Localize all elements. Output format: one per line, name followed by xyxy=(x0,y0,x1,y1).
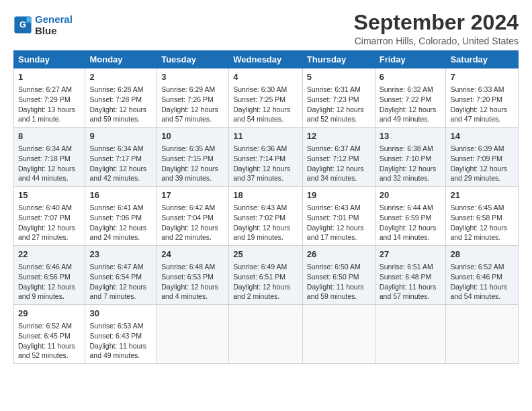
day-info: Sunrise: 6:49 AM Sunset: 6:51 PM Dayligh… xyxy=(233,262,298,302)
day-info: Sunrise: 6:52 AM Sunset: 6:45 PM Dayligh… xyxy=(18,321,81,361)
logo: G General Blue xyxy=(13,13,73,36)
day-cell: 10Sunrise: 6:35 AM Sunset: 7:15 PM Dayli… xyxy=(157,128,229,187)
weekday-header-thursday: Thursday xyxy=(302,51,375,68)
weekday-header-sunday: Sunday xyxy=(14,51,85,68)
day-info: Sunrise: 6:36 AM Sunset: 7:14 PM Dayligh… xyxy=(233,144,298,183)
weekday-header-friday: Friday xyxy=(375,51,446,68)
calendar-table: SundayMondayTuesdayWednesdayThursdayFrid… xyxy=(13,50,519,364)
header: G General Blue September 2024 Cimarron H… xyxy=(13,11,519,46)
logo-line2: Blue xyxy=(35,25,73,36)
day-info: Sunrise: 6:53 AM Sunset: 6:43 PM Dayligh… xyxy=(89,321,152,361)
week-row-3: 15Sunrise: 6:40 AM Sunset: 7:07 PM Dayli… xyxy=(14,187,519,246)
weekday-header-tuesday: Tuesday xyxy=(157,51,229,68)
day-cell: 18Sunrise: 6:43 AM Sunset: 7:02 PM Dayli… xyxy=(229,187,303,246)
day-cell: 8Sunrise: 6:34 AM Sunset: 7:18 PM Daylig… xyxy=(14,128,85,187)
day-cell: 3Sunrise: 6:29 AM Sunset: 7:26 PM Daylig… xyxy=(157,68,229,128)
day-cell: 30Sunrise: 6:53 AM Sunset: 6:43 PM Dayli… xyxy=(85,304,157,363)
day-cell xyxy=(302,304,375,363)
page: G General Blue September 2024 Cimarron H… xyxy=(0,0,532,411)
day-cell: 9Sunrise: 6:34 AM Sunset: 7:17 PM Daylig… xyxy=(85,128,157,187)
day-number: 8 xyxy=(18,130,81,142)
day-cell: 11Sunrise: 6:36 AM Sunset: 7:14 PM Dayli… xyxy=(229,128,303,187)
day-info: Sunrise: 6:29 AM Sunset: 7:26 PM Dayligh… xyxy=(161,85,224,124)
svg-text:G: G xyxy=(19,20,26,30)
day-cell: 24Sunrise: 6:48 AM Sunset: 6:53 PM Dayli… xyxy=(157,246,229,305)
day-info: Sunrise: 6:27 AM Sunset: 7:29 PM Dayligh… xyxy=(18,85,81,124)
day-info: Sunrise: 6:30 AM Sunset: 7:25 PM Dayligh… xyxy=(233,85,298,124)
day-cell: 21Sunrise: 6:45 AM Sunset: 6:58 PM Dayli… xyxy=(446,187,519,246)
day-info: Sunrise: 6:31 AM Sunset: 7:23 PM Dayligh… xyxy=(307,85,371,124)
day-number: 7 xyxy=(450,71,514,83)
day-cell: 29Sunrise: 6:52 AM Sunset: 6:45 PM Dayli… xyxy=(14,304,85,363)
day-number: 3 xyxy=(161,71,224,83)
month-title: September 2024 xyxy=(354,11,519,34)
day-number: 29 xyxy=(18,308,81,320)
day-cell: 23Sunrise: 6:47 AM Sunset: 6:54 PM Dayli… xyxy=(85,246,157,305)
week-row-5: 29Sunrise: 6:52 AM Sunset: 6:45 PM Dayli… xyxy=(14,304,519,363)
day-cell: 7Sunrise: 6:33 AM Sunset: 7:20 PM Daylig… xyxy=(446,68,519,128)
weekday-header-row: SundayMondayTuesdayWednesdayThursdayFrid… xyxy=(14,51,519,68)
week-row-2: 8Sunrise: 6:34 AM Sunset: 7:18 PM Daylig… xyxy=(14,128,519,187)
day-info: Sunrise: 6:33 AM Sunset: 7:20 PM Dayligh… xyxy=(450,85,514,124)
day-cell: 2Sunrise: 6:28 AM Sunset: 7:28 PM Daylig… xyxy=(85,68,157,128)
day-info: Sunrise: 6:52 AM Sunset: 6:46 PM Dayligh… xyxy=(450,262,514,302)
day-info: Sunrise: 6:51 AM Sunset: 6:48 PM Dayligh… xyxy=(380,262,442,302)
day-info: Sunrise: 6:40 AM Sunset: 7:07 PM Dayligh… xyxy=(18,203,81,242)
day-number: 18 xyxy=(233,189,298,201)
day-cell: 15Sunrise: 6:40 AM Sunset: 7:07 PM Dayli… xyxy=(14,187,85,246)
day-number: 24 xyxy=(161,248,224,261)
day-number: 10 xyxy=(161,130,224,142)
weekday-header-saturday: Saturday xyxy=(446,51,519,68)
day-info: Sunrise: 6:37 AM Sunset: 7:12 PM Dayligh… xyxy=(307,144,371,183)
day-cell xyxy=(446,304,519,363)
day-info: Sunrise: 6:45 AM Sunset: 6:58 PM Dayligh… xyxy=(450,203,514,242)
day-cell xyxy=(229,304,303,363)
day-number: 1 xyxy=(18,71,81,83)
day-cell: 4Sunrise: 6:30 AM Sunset: 7:25 PM Daylig… xyxy=(229,68,303,128)
day-number: 19 xyxy=(307,189,371,201)
day-number: 17 xyxy=(161,189,224,201)
day-cell: 12Sunrise: 6:37 AM Sunset: 7:12 PM Dayli… xyxy=(302,128,375,187)
day-cell: 5Sunrise: 6:31 AM Sunset: 7:23 PM Daylig… xyxy=(302,68,375,128)
logo-icon: G xyxy=(13,15,32,34)
day-number: 15 xyxy=(18,189,81,201)
day-cell: 28Sunrise: 6:52 AM Sunset: 6:46 PM Dayli… xyxy=(446,246,519,305)
day-info: Sunrise: 6:47 AM Sunset: 6:54 PM Dayligh… xyxy=(89,262,152,302)
day-info: Sunrise: 6:34 AM Sunset: 7:17 PM Dayligh… xyxy=(89,144,152,183)
day-cell: 26Sunrise: 6:50 AM Sunset: 6:50 PM Dayli… xyxy=(302,246,375,305)
day-info: Sunrise: 6:35 AM Sunset: 7:15 PM Dayligh… xyxy=(161,144,224,183)
day-info: Sunrise: 6:46 AM Sunset: 6:56 PM Dayligh… xyxy=(18,262,81,302)
day-cell xyxy=(157,304,229,363)
day-number: 23 xyxy=(89,248,152,261)
day-cell: 17Sunrise: 6:42 AM Sunset: 7:04 PM Dayli… xyxy=(157,187,229,246)
day-number: 27 xyxy=(380,248,442,261)
day-cell: 20Sunrise: 6:44 AM Sunset: 6:59 PM Dayli… xyxy=(375,187,446,246)
day-info: Sunrise: 6:50 AM Sunset: 6:50 PM Dayligh… xyxy=(307,262,371,302)
day-number: 5 xyxy=(307,71,371,83)
day-info: Sunrise: 6:42 AM Sunset: 7:04 PM Dayligh… xyxy=(161,203,224,242)
day-cell: 25Sunrise: 6:49 AM Sunset: 6:51 PM Dayli… xyxy=(229,246,303,305)
day-number: 2 xyxy=(89,71,152,83)
day-cell: 14Sunrise: 6:39 AM Sunset: 7:09 PM Dayli… xyxy=(446,128,519,187)
day-number: 6 xyxy=(380,71,442,83)
day-number: 21 xyxy=(450,189,514,201)
day-number: 13 xyxy=(380,130,442,142)
week-row-1: 1Sunrise: 6:27 AM Sunset: 7:29 PM Daylig… xyxy=(14,68,519,128)
day-number: 28 xyxy=(450,248,514,261)
day-cell: 27Sunrise: 6:51 AM Sunset: 6:48 PM Dayli… xyxy=(375,246,446,305)
day-info: Sunrise: 6:48 AM Sunset: 6:53 PM Dayligh… xyxy=(161,262,224,302)
day-number: 4 xyxy=(233,71,298,83)
day-cell: 22Sunrise: 6:46 AM Sunset: 6:56 PM Dayli… xyxy=(14,246,85,305)
day-number: 22 xyxy=(18,248,81,261)
subtitle: Cimarron Hills, Colorado, United States xyxy=(354,36,519,46)
day-info: Sunrise: 6:41 AM Sunset: 7:06 PM Dayligh… xyxy=(89,203,152,242)
day-info: Sunrise: 6:43 AM Sunset: 7:02 PM Dayligh… xyxy=(233,203,298,242)
title-block: September 2024 Cimarron Hills, Colorado,… xyxy=(354,11,519,46)
day-cell: 19Sunrise: 6:43 AM Sunset: 7:01 PM Dayli… xyxy=(302,187,375,246)
day-number: 9 xyxy=(89,130,152,142)
day-info: Sunrise: 6:38 AM Sunset: 7:10 PM Dayligh… xyxy=(380,144,442,183)
day-number: 14 xyxy=(450,130,514,142)
day-info: Sunrise: 6:44 AM Sunset: 6:59 PM Dayligh… xyxy=(380,203,442,242)
day-info: Sunrise: 6:32 AM Sunset: 7:22 PM Dayligh… xyxy=(380,85,442,124)
logo-text: General Blue xyxy=(35,13,73,36)
